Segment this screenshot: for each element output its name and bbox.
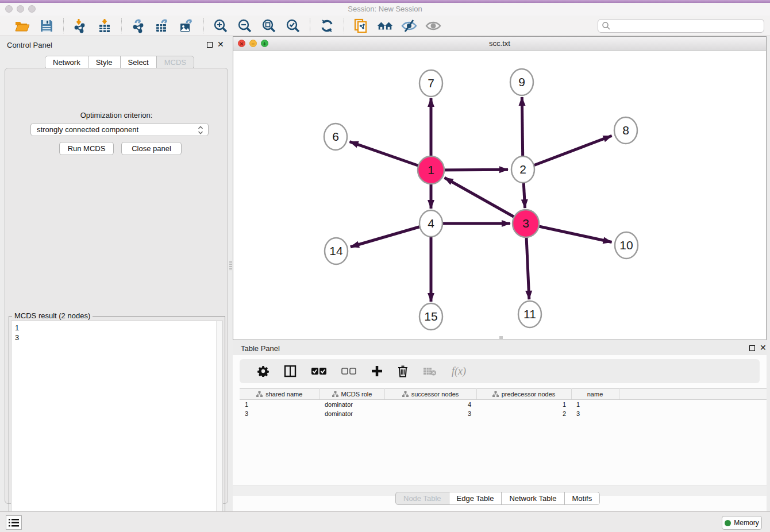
optimization-criterion-select[interactable]: strongly connected component — [30, 123, 209, 136]
hide-selected-icon[interactable] — [401, 18, 418, 34]
graph-node-15[interactable]: 15 — [419, 303, 442, 330]
memory-button[interactable]: Memory — [722, 516, 762, 530]
graph-node-label: 14 — [329, 244, 343, 257]
close-panel-icon[interactable]: ✕ — [217, 40, 224, 48]
graph-edge-4-14[interactable] — [351, 223, 431, 247]
graph-node-14[interactable]: 14 — [325, 238, 348, 264]
network-graph: 7968124314101511 — [233, 51, 766, 340]
zoom-selected-icon[interactable] — [284, 18, 302, 34]
graph-node-11[interactable]: 11 — [518, 301, 541, 327]
task-history-button[interactable] — [6, 515, 22, 530]
search-icon — [602, 21, 611, 33]
panel-splitter-grip[interactable] — [229, 261, 232, 271]
column-header-mcds-role[interactable]: MCDS role — [319, 389, 384, 400]
graph-edge-2-8[interactable] — [523, 136, 612, 169]
minimize-window-button[interactable] — [17, 5, 24, 13]
graph-node-7[interactable]: 7 — [419, 70, 442, 97]
zoom-in-icon[interactable] — [212, 18, 229, 34]
window-title: Session: New Session — [0, 3, 770, 16]
column-header-shared-name[interactable]: shared name — [240, 389, 319, 400]
tab-edge-table[interactable]: Edge Table — [449, 492, 502, 505]
table-header-row: shared name MCDS role successor nodes pr… — [240, 389, 767, 400]
tab-network-table[interactable]: Network Table — [501, 492, 564, 505]
create-column-plus-icon[interactable] — [371, 365, 383, 377]
table-row[interactable]: 1dominator411 — [240, 400, 767, 409]
mcds-result-textarea[interactable]: 1 3 — [11, 321, 223, 530]
graph-node-10[interactable]: 10 — [615, 232, 638, 259]
graph-node-3[interactable]: 3 — [513, 210, 539, 237]
refresh-view-icon[interactable] — [318, 18, 336, 34]
import-network-icon[interactable] — [72, 18, 89, 34]
mcds-panel-body: Optimization criterion: strongly connect… — [5, 68, 228, 504]
network-zoom-button[interactable]: + — [261, 40, 268, 47]
tab-node-table[interactable]: Node Table — [395, 492, 449, 505]
show-column-panel-icon[interactable] — [284, 365, 297, 377]
close-table-panel-icon[interactable]: ✕ — [760, 344, 767, 352]
table-panel: Table Panel ✕ — [233, 340, 767, 511]
network-close-button[interactable]: ✕ — [238, 40, 245, 47]
mcds-result-title: MCDS result (2 nodes) — [12, 311, 93, 320]
horizontal-splitter-grip[interactable] — [499, 336, 503, 339]
search-container — [598, 19, 764, 33]
graph-node-6[interactable]: 6 — [324, 124, 347, 150]
new-network-from-selection-icon[interactable] — [352, 18, 369, 34]
result-scrollbar[interactable] — [216, 321, 222, 530]
table-row[interactable]: 3dominator323 — [240, 409, 767, 418]
graph-node-2[interactable]: 2 — [511, 156, 534, 183]
tab-network[interactable]: Network — [45, 56, 88, 69]
float-panel-icon[interactable] — [207, 42, 213, 48]
network-window-title: scc.txt — [233, 37, 766, 51]
export-network-icon[interactable] — [130, 18, 147, 34]
float-table-panel-icon[interactable] — [749, 345, 755, 351]
network-window-titlebar[interactable]: ✕ − + scc.txt — [233, 37, 766, 51]
zoom-out-icon[interactable] — [236, 18, 253, 34]
import-table-icon[interactable] — [96, 18, 113, 34]
toolbar-separator — [344, 18, 344, 33]
zoom-fit-icon[interactable] — [260, 18, 278, 34]
apply-layout-icon[interactable] — [376, 18, 394, 34]
control-panel-tabs: Network Style Select MCDS — [45, 56, 194, 69]
delete-table-icon-disabled — [423, 367, 437, 376]
tab-motifs[interactable]: Motifs — [564, 492, 600, 505]
memory-label: Memory — [734, 519, 759, 527]
select-all-icon[interactable] — [311, 368, 326, 375]
toolbar-separator — [121, 18, 122, 33]
graph-node-label: 8 — [622, 124, 629, 137]
close-window-button[interactable] — [5, 5, 13, 13]
graph-node-9[interactable]: 9 — [510, 69, 533, 95]
show-all-icon[interactable] — [425, 18, 442, 34]
close-panel-button[interactable]: Close panel — [121, 142, 182, 155]
zoom-window-button[interactable] — [28, 5, 36, 13]
save-session-icon[interactable] — [38, 18, 55, 34]
deselect-all-icon[interactable] — [341, 368, 356, 375]
application-window: Session: New Session — [0, 0, 770, 532]
table-settings-gear-icon[interactable] — [257, 365, 269, 377]
column-header-successor-nodes[interactable]: successor nodes — [384, 389, 476, 400]
search-input[interactable] — [598, 19, 764, 33]
export-image-icon[interactable] — [178, 18, 195, 34]
tab-select[interactable]: Select — [120, 56, 157, 69]
network-canvas[interactable]: 7968124314101511 — [233, 51, 766, 340]
run-mcds-button[interactable]: Run MCDS — [59, 142, 114, 155]
titlebar[interactable]: Session: New Session — [0, 3, 770, 16]
graph-node-label: 15 — [424, 310, 437, 323]
result-line: 1 — [15, 323, 219, 333]
column-header-name[interactable]: name — [571, 389, 619, 400]
control-panel-header: Control Panel ✕ — [0, 36, 233, 53]
delete-column-trash-icon[interactable] — [398, 365, 408, 377]
export-table-icon[interactable] — [154, 18, 171, 34]
chevron-up-down-icon — [198, 126, 203, 138]
function-builder-icon-disabled: f(x) — [452, 365, 466, 377]
tab-style[interactable]: Style — [88, 56, 121, 69]
open-session-icon[interactable] — [14, 18, 31, 34]
control-panel-title: Control Panel — [7, 41, 52, 49]
selected-criterion-value: strongly connected component — [37, 125, 138, 134]
column-header-predecessor-nodes[interactable]: predecessor nodes — [476, 389, 571, 400]
control-panel: Control Panel ✕ Network Style Select MCD… — [0, 36, 233, 511]
graph-node-8[interactable]: 8 — [614, 117, 637, 144]
network-minimize-button[interactable]: − — [249, 40, 257, 47]
toolbar-separator — [310, 18, 310, 33]
graph-node-4[interactable]: 4 — [419, 210, 442, 237]
graph-node-1[interactable]: 1 — [418, 156, 444, 184]
tab-mcds[interactable]: MCDS — [156, 56, 194, 69]
